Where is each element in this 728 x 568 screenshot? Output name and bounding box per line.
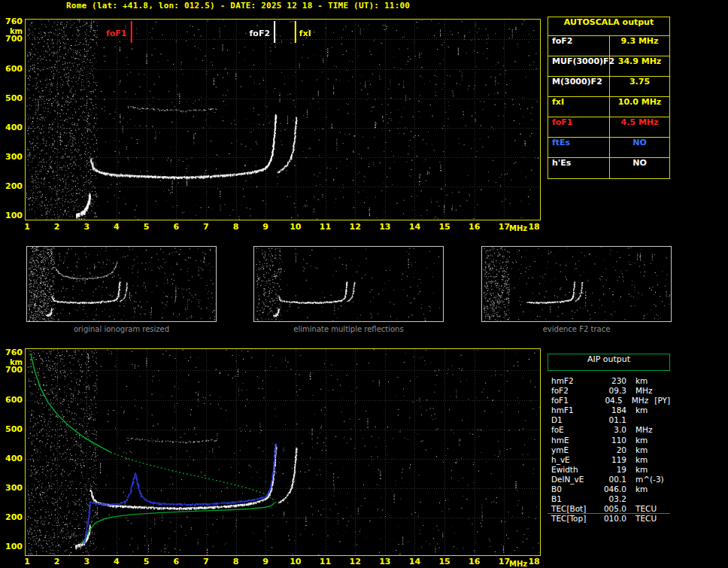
autoscala-parameter-value: NO xyxy=(610,158,669,178)
aip-profilogram-panel xyxy=(25,348,541,556)
autoscala-row: foF14.5 MHz xyxy=(548,117,669,138)
y-tick-label: 100 xyxy=(1,542,23,551)
aip-parameter-flag: [PY] xyxy=(654,396,670,405)
x-tick-label: 14 xyxy=(405,557,423,566)
x-tick-label: 9 xyxy=(256,557,275,566)
aip-row: h_vE119km xyxy=(548,455,670,465)
x-axis-unit-label: MHz xyxy=(509,224,527,232)
autoscala-parameter-name: M(3000)F2 xyxy=(548,77,610,96)
x-tick-label: 2 xyxy=(48,223,66,232)
aip-parameter-value: 005.0 xyxy=(596,504,626,513)
x-tick-label: 3 xyxy=(77,223,96,232)
thumbnail-original-ionogram xyxy=(26,246,217,322)
x-tick-label: 1 xyxy=(18,557,36,566)
autoscala-parameter-value: 3.75 xyxy=(610,77,669,96)
autoscala-row: ftEsNO xyxy=(548,138,669,158)
autoscala-parameter-name: h'Es xyxy=(548,158,610,178)
aip-parameter-unit: km xyxy=(635,465,648,475)
y-tick-label: 400 xyxy=(1,123,23,132)
aip-parameter-name: h_vE xyxy=(551,455,596,465)
autoscala-row: M(3000)F23.75 xyxy=(548,77,669,97)
x-tick-label: 6 xyxy=(167,557,185,566)
aip-parameter-value: 046.0 xyxy=(596,484,626,494)
aip-parameter-unit: MHz xyxy=(632,396,648,405)
aip-parameter-unit: m^(-3) xyxy=(635,475,664,484)
aip-parameter-name: Ewidth xyxy=(551,465,596,475)
y-tick-label: 300 xyxy=(1,484,23,493)
x-axis-unit-label: MHz xyxy=(509,560,527,568)
y-tick-label: 600 xyxy=(1,396,23,405)
aip-parameter-value: 09.3 xyxy=(596,386,626,396)
thumbnail-original-canvas xyxy=(27,247,216,321)
aip-parameter-value: 19 xyxy=(596,465,626,475)
aip-parameter-name: foE xyxy=(551,425,596,435)
x-tick-label: 15 xyxy=(435,223,453,232)
aip-row: B0046.0km xyxy=(548,484,670,494)
y-tick-label: 700 xyxy=(1,366,23,375)
x-tick-label: 1 xyxy=(18,223,36,232)
x-tick-label: 4 xyxy=(108,557,126,566)
aip-parameter-name: hmE xyxy=(551,436,596,445)
aip-row: DelN_vE00.1m^(-3) xyxy=(548,475,670,484)
y-tick-label: 500 xyxy=(1,425,23,434)
autoscala-row: h'EsNO xyxy=(548,158,669,178)
x-tick-label: 11 xyxy=(317,223,335,232)
x-tick-label: 9 xyxy=(256,223,275,232)
aip-parameter-value: 230 xyxy=(596,376,626,386)
aip-parameter-unit: km xyxy=(635,436,648,445)
aip-output-header: AIP output xyxy=(548,354,670,371)
aip-row: foF104.5MHz[PY] xyxy=(548,396,670,405)
autoscala-parameter-value: 4.5 MHz xyxy=(610,117,669,137)
aip-parameter-name: foF2 xyxy=(551,386,596,396)
x-tick-label: 8 xyxy=(227,557,245,566)
x-tick-label: 10 xyxy=(287,557,305,566)
x-tick-label: 6 xyxy=(167,223,185,232)
aip-row: foF209.3MHz xyxy=(548,386,670,396)
aip-parameter-name: hmF1 xyxy=(551,405,596,415)
x-tick-label: 11 xyxy=(317,557,335,566)
autoscala-output-header: AUTOSCALA output xyxy=(548,17,669,36)
autoscala-parameter-name: MUF(3000)F2 xyxy=(548,56,610,76)
aip-row: B103.2 xyxy=(548,494,670,504)
x-tick-label: 2 xyxy=(48,557,66,566)
autoscala-output-panel: AUTOSCALA output foF29.3 MHzMUF(3000)F23… xyxy=(548,17,670,179)
autoscala-row: fxI10.0 MHz xyxy=(548,97,669,117)
aip-parameter-unit: TECU xyxy=(635,504,657,513)
x-tick-label: 5 xyxy=(138,557,156,566)
aip-row: foE3.0MHz xyxy=(548,425,670,435)
top-ionogram-panel xyxy=(25,19,541,220)
aip-row: Ewidth19km xyxy=(548,465,670,475)
autoscala-screen: Rome (lat: +41.8, lon: 012.5) - DATE: 20… xyxy=(0,0,728,568)
thumbnail-filtered-canvas xyxy=(254,247,443,321)
autoscala-output-rows: foF29.3 MHzMUF(3000)F234.9 MHzM(3000)F23… xyxy=(548,36,669,178)
x-tick-label: 8 xyxy=(227,223,245,232)
aip-parameter-unit: TECU xyxy=(635,514,657,524)
autoscala-parameter-value: 9.3 MHz xyxy=(610,36,669,56)
y-tick-label: 700 xyxy=(1,35,23,44)
aip-parameter-name: hmF2 xyxy=(551,376,596,386)
x-tick-label: 13 xyxy=(376,557,394,566)
x-tick-label: 14 xyxy=(405,223,423,232)
y-tick-label: 200 xyxy=(1,182,23,191)
aip-parameter-name: DelN_vE xyxy=(551,475,596,484)
y-tick-label: 200 xyxy=(1,513,23,522)
thumbnail-f2-canvas xyxy=(482,247,671,321)
x-tick-label: 12 xyxy=(346,557,364,566)
aip-parameter-value: 04.5 xyxy=(594,396,623,405)
aip-parameter-value: 010.0 xyxy=(596,514,626,524)
x-tick-label: 13 xyxy=(376,223,394,232)
aip-parameter-name: D1 xyxy=(551,415,596,425)
x-tick-label: 7 xyxy=(197,223,215,232)
aip-parameter-unit: km xyxy=(635,484,648,494)
y-tick-label: 760 xyxy=(1,348,23,357)
y-tick-label: 760 xyxy=(1,17,23,26)
autoscala-parameter-value: NO xyxy=(610,138,669,157)
autoscala-parameter-name: ftEs xyxy=(548,138,610,157)
aip-parameter-value: 03.2 xyxy=(596,494,626,504)
aip-row: hmF2230km xyxy=(548,376,670,386)
y-axis-unit-label: km xyxy=(1,358,23,366)
aip-parameter-value: 184 xyxy=(596,405,626,415)
aip-parameter-value: 20 xyxy=(596,445,626,455)
y-tick-label: 500 xyxy=(1,94,23,103)
x-tick-label: 3 xyxy=(77,557,96,566)
